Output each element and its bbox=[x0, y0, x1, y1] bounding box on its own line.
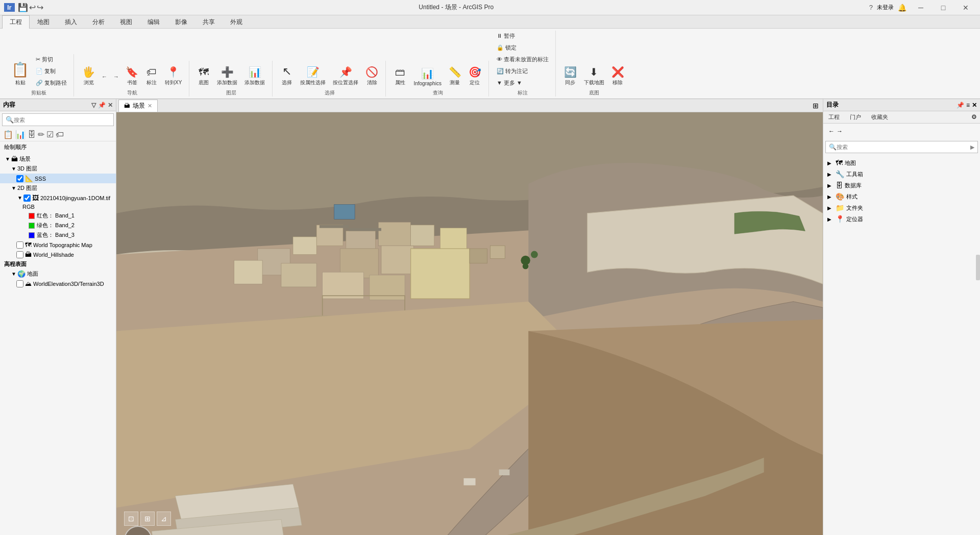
ground-toggle[interactable]: ▼ bbox=[10, 271, 17, 277]
nav-3d-mode[interactable]: ⊿ bbox=[157, 512, 171, 526]
layer-icon-4[interactable]: ✏ bbox=[38, 130, 44, 139]
tab-bianji[interactable]: 编辑 bbox=[140, 15, 167, 29]
help-button[interactable]: ? bbox=[869, 4, 873, 11]
catalog-pin-icon[interactable]: 📌 bbox=[957, 102, 964, 109]
catalog-tab-project[interactable]: 工程 bbox=[823, 111, 845, 123]
dom-checkbox[interactable] bbox=[23, 194, 31, 202]
select-by-attr-button[interactable]: 📝 按属性选择 bbox=[297, 64, 329, 88]
bookmark-button[interactable]: 🔖 书签 bbox=[122, 64, 141, 88]
pause-button[interactable]: ⏸ 暂停 bbox=[494, 31, 551, 41]
folder-toggle[interactable]: ▶ bbox=[827, 205, 834, 211]
panel-pin-icon[interactable]: 📌 bbox=[98, 102, 106, 109]
back-button[interactable]: ← bbox=[99, 72, 110, 81]
catalog-locator[interactable]: ▶ 📍 定位器 bbox=[823, 213, 980, 225]
catalog-database[interactable]: ▶ 🗄 数据库 bbox=[823, 180, 980, 191]
minimize-button[interactable]: ─ bbox=[911, 1, 931, 15]
tree-scene[interactable]: ▼ 🏔 场景 bbox=[0, 154, 116, 164]
panel-close-icon[interactable]: ✕ bbox=[108, 102, 113, 109]
select-by-loc-button[interactable]: 📌 按位置选择 bbox=[330, 64, 361, 88]
add-data2-button[interactable]: 📊 添加数据 bbox=[241, 64, 268, 88]
measure-button[interactable]: 📏 测量 bbox=[446, 64, 464, 88]
layer-icon-2[interactable]: 📊 bbox=[15, 130, 26, 139]
database-toggle[interactable]: ▶ bbox=[827, 183, 834, 188]
tab-waiguan[interactable]: 外观 bbox=[223, 15, 250, 29]
layer-icon-6[interactable]: 🏷 bbox=[56, 130, 64, 139]
terrain-checkbox[interactable] bbox=[16, 280, 23, 287]
copy-button[interactable]: 📄 复制 bbox=[33, 66, 69, 77]
notification-icon[interactable]: 🔔 bbox=[898, 4, 906, 12]
tree-world-hillshade[interactable]: 🏔 World_Hillshade bbox=[0, 250, 116, 259]
catalog-folder[interactable]: ▶ 📁 文件夹 bbox=[823, 202, 980, 213]
sss-checkbox[interactable] bbox=[16, 175, 23, 182]
goto-xy-button[interactable]: 📍 转到XY bbox=[162, 64, 185, 88]
tab-charu[interactable]: 插入 bbox=[57, 15, 85, 29]
layer-icon-5[interactable]: ☑ bbox=[46, 130, 54, 139]
infographics-button[interactable]: 📊 Infographics bbox=[410, 65, 444, 88]
close-button[interactable]: ✕ bbox=[955, 1, 976, 15]
catalog-settings-icon[interactable]: ⚙ bbox=[968, 111, 980, 123]
tree-sss[interactable]: 📐 SSS bbox=[0, 174, 116, 183]
cut-button[interactable]: ✂ 剪切 bbox=[33, 54, 69, 65]
tab-ditu[interactable]: 地图 bbox=[30, 15, 57, 29]
quick-access-redo[interactable]: ↪ bbox=[37, 3, 43, 12]
browse-button[interactable]: 🖐 浏览 bbox=[79, 64, 98, 88]
tree-ground[interactable]: ▼ 🌍 地面 bbox=[0, 269, 116, 279]
tree-dom-tif[interactable]: ▼ 🖼 20210410jingyuan-1DOM.tif bbox=[0, 193, 116, 203]
catalog-menu-icon[interactable]: ≡ bbox=[966, 102, 970, 109]
catalog-back[interactable]: ← bbox=[828, 128, 835, 135]
locator-toggle[interactable]: ▶ bbox=[827, 216, 834, 222]
attribute-button[interactable]: 🗃 属性 bbox=[391, 64, 409, 88]
catalog-close-icon[interactable]: ✕ bbox=[972, 102, 977, 109]
window-controls[interactable]: ─ □ ✕ bbox=[911, 1, 976, 15]
tab-fenxi[interactable]: 分析 bbox=[85, 15, 112, 29]
nav-full-extent[interactable]: ⊞ bbox=[140, 512, 155, 526]
locate-button[interactable]: 🎯 定位 bbox=[465, 64, 484, 88]
catalog-search[interactable]: 🔍 ▶ bbox=[825, 141, 978, 153]
tab-gongxiang[interactable]: 共享 bbox=[195, 15, 223, 29]
3d-toggle[interactable]: ▼ bbox=[10, 166, 17, 172]
label-button[interactable]: 🏷 标注 bbox=[142, 64, 161, 88]
more-button[interactable]: ▼ 更多 ▼ bbox=[494, 78, 551, 88]
catalog-search-go[interactable]: ▶ bbox=[970, 144, 974, 151]
catalog-style[interactable]: ▶ 🎨 样式 bbox=[823, 191, 980, 202]
tab-yingxiang[interactable]: 影像 bbox=[167, 15, 195, 29]
tree-2d-layers[interactable]: ▼ 2D 图层 bbox=[0, 183, 116, 193]
paste-button[interactable]: 📋 粘贴 bbox=[8, 59, 32, 88]
hillshade-checkbox[interactable] bbox=[16, 251, 23, 258]
catalog-tab-favorites[interactable]: 收藏夹 bbox=[866, 111, 893, 123]
tree-world-topo[interactable]: 🗺 World Topographic Map bbox=[0, 240, 116, 250]
download-map-button[interactable]: ⬇ 下载地图 bbox=[581, 64, 607, 88]
view-unplaced-button[interactable]: 👁 查看未放置的标注 bbox=[494, 54, 551, 65]
resize-handle[interactable] bbox=[976, 255, 980, 280]
toolbox-toggle[interactable]: ▶ bbox=[827, 172, 834, 177]
tab-gongcheng[interactable]: 工程 bbox=[2, 15, 30, 29]
quick-access-save[interactable]: 💾 bbox=[18, 3, 28, 12]
tree-3d-layers[interactable]: ▼ 3D 图层 bbox=[0, 164, 116, 174]
map-tab-close[interactable]: ✕ bbox=[148, 103, 152, 109]
sync-button[interactable]: 🔄 同步 bbox=[561, 64, 580, 88]
map-tab-scene[interactable]: 🏔 场景 ✕ bbox=[118, 100, 158, 112]
maximize-button[interactable]: □ bbox=[933, 1, 953, 15]
catalog-search-input[interactable] bbox=[837, 144, 970, 150]
layer-icon-3[interactable]: 🗄 bbox=[28, 130, 36, 139]
search-input[interactable] bbox=[14, 117, 110, 123]
add-data-button[interactable]: ➕ 添加数据 bbox=[214, 64, 240, 88]
map-view-toggle[interactable]: ⊞ bbox=[808, 102, 823, 110]
clear-select-button[interactable]: 🚫 清除 bbox=[362, 64, 381, 88]
copy-path-button[interactable]: 🔗 复制路径 bbox=[33, 78, 69, 88]
tree-terrain3d[interactable]: ⛰ WorldElevation3D/Terrain3D bbox=[0, 279, 116, 288]
layer-icon-1[interactable]: 📋 bbox=[3, 130, 13, 139]
search-bar[interactable]: 🔍 bbox=[2, 113, 114, 126]
dom-toggle[interactable]: ▼ bbox=[16, 195, 23, 201]
select-button[interactable]: ↖ 选择 bbox=[278, 63, 296, 88]
remove-button[interactable]: ❌ 移除 bbox=[608, 64, 627, 88]
map-toggle[interactable]: ▶ bbox=[827, 160, 834, 166]
style-toggle[interactable]: ▶ bbox=[827, 194, 834, 200]
lock-button[interactable]: 🔒 锁定 bbox=[494, 42, 551, 53]
catalog-toolbox[interactable]: ▶ 🔧 工具箱 bbox=[823, 168, 980, 180]
basemap-button[interactable]: 🗺 底图 bbox=[194, 64, 213, 88]
nav-zoom-extent[interactable]: ⊡ bbox=[124, 512, 138, 526]
catalog-map[interactable]: ▶ 🗺 地图 bbox=[823, 157, 980, 168]
quick-access-undo[interactable]: ↩ bbox=[29, 3, 36, 12]
forward-button[interactable]: → bbox=[111, 72, 121, 81]
